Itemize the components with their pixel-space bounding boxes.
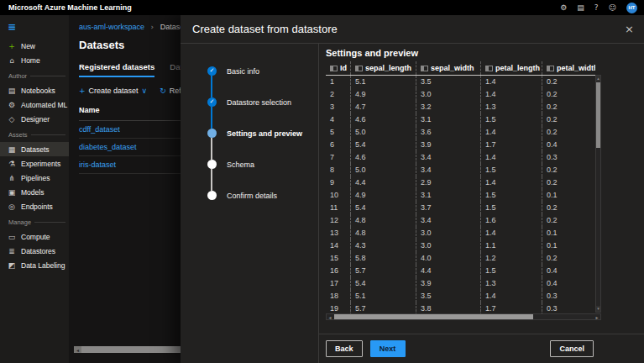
table-cell: 1.5 [480,202,542,214]
table-cell: 13 [326,227,350,239]
sidebar-item-designer[interactable]: ◇Designer [0,112,69,126]
table-cell: 1.4 [480,151,542,164]
table-cell: 5.4 [350,139,416,151]
column-icon [421,66,428,71]
plus-icon: + [8,42,16,50]
sidebar-nav: +New⌂HomeAuthor▤Notebooks⚙Automated ML◇D… [0,39,69,272]
scroll-right-icon[interactable]: ▸ [594,314,600,319]
step-label: Settings and preview [227,129,302,138]
table-cell: 9 [326,176,350,189]
table-cell: 1.4 [480,227,542,239]
dataset-link[interactable]: iris-dataset [79,160,116,169]
table-row: 55.03.61.40.2 [326,126,595,139]
dataset-link[interactable]: diabetes_dataset [79,143,137,151]
table-cell: 5.8 [350,252,416,265]
horizontal-scrollbar[interactable]: ◂ ▸ [326,313,601,320]
sidebar-item-home[interactable]: ⌂Home [0,53,69,67]
table-row: 134.83.01.40.1 [326,227,595,239]
sidebar-item-automated-ml[interactable]: ⚙Automated ML [0,97,69,112]
scroll-left-icon[interactable]: ◂ [327,314,333,319]
datasets-icon: ▦ [8,145,16,154]
table-cell: 5 [326,126,350,139]
sidebar-item-datastores[interactable]: ≣Datastores [0,244,69,258]
wizard-step-basic-info[interactable]: ✓Basic info [207,66,318,76]
table-row: 15.13.51.40.2 [326,76,595,88]
table-row: 104.93.11.50.1 [326,189,595,202]
sidebar-item-label: Pipelines [21,174,50,182]
create-dataset-button[interactable]: + Create dataset ∨ [79,87,147,95]
vertical-scroll-thumb[interactable] [596,82,600,148]
app-title: Microsoft Azure Machine Learning [8,3,132,12]
table-cell: 4.8 [350,227,416,239]
scroll-up-icon[interactable]: ▴ [596,76,600,82]
breadcrumb-workspace-link[interactable]: aus-aml-workspace [79,23,144,31]
dataset-link[interactable]: cdff_dataset [79,125,120,134]
scroll-down-icon[interactable]: ▾ [596,306,600,312]
chevron-down-icon: ∨ [142,87,148,95]
step-label: Confirm details [227,192,277,200]
table-cell: 1.4 [480,126,542,139]
back-button[interactable]: Back [326,340,363,357]
vertical-scrollbar[interactable]: ▴ ▾ [595,75,601,313]
table-cell: 16 [326,265,350,277]
sidebar-item-data-labeling[interactable]: ◩Data Labeling [0,258,69,272]
avatar[interactable]: HT [626,3,637,13]
sidebar-item-label: New [21,42,35,50]
table-cell: 0.1 [542,239,595,252]
table-cell: 17 [326,277,350,290]
gear-icon[interactable]: ⚙ [560,4,567,12]
table-cell: 1.7 [480,139,542,151]
table-row: 65.43.91.70.4 [326,139,595,151]
sidebar-item-compute[interactable]: ▭Compute [0,229,69,244]
horizontal-scroll-thumb[interactable] [334,314,533,319]
wizard-step-settings-and-preview[interactable]: Settings and preview [207,129,318,138]
table-cell: 1.5 [480,113,542,126]
help-icon[interactable]: ? [594,4,599,12]
table-cell: 1.2 [480,252,542,265]
close-icon[interactable]: × [625,24,634,34]
table-cell: 3.0 [416,227,480,239]
sidebar-item-label: Endpoints [21,203,53,211]
sidebar-item-datasets[interactable]: ▦Datasets [0,142,69,156]
smiley-icon[interactable]: ☺ [609,4,616,12]
sidebar-item-models[interactable]: ▣Models [0,185,69,199]
table-cell: 0.3 [542,290,595,302]
table-cell: 3 [326,101,350,113]
sidebar-item-pipelines[interactable]: ⋔Pipelines [0,171,69,185]
step-current-icon [207,129,217,138]
column-header-label: Id [340,62,347,75]
automated-ml-icon: ⚙ [8,101,16,109]
cancel-button[interactable]: Cancel [550,340,594,357]
create-dataset-dialog: Create dataset from datastore × ✓Basic i… [181,15,644,363]
table-header-row: Idsepal_lengthsepal_widthpetal_lengthpet… [326,61,595,76]
table-cell: 4.9 [350,88,416,101]
topbar: Microsoft Azure Machine Learning ⚙ ▤ ? ☺… [0,0,644,15]
step-upcoming-icon [207,160,217,169]
next-button[interactable]: Next [370,340,406,357]
sidebar-item-new[interactable]: +New [0,39,69,53]
feedback-icon[interactable]: ▤ [577,4,584,12]
table-cell: 0.2 [542,88,595,101]
sidebar-item-notebooks[interactable]: ▤Notebooks [0,83,69,97]
sidebar-section-label: Author [0,67,69,83]
table-row: 44.63.11.50.2 [326,113,595,126]
table-row: 144.33.01.10.1 [326,239,595,252]
table-cell: 3.2 [416,101,480,113]
home-icon: ⌂ [8,56,16,65]
table-cell: 4.8 [350,214,416,227]
table-cell: 11 [326,202,350,214]
table-cell: 2.9 [416,176,480,189]
sidebar-item-experiments[interactable]: ⚗Experiments [0,156,69,171]
section-label-text: Author [8,72,27,80]
step-connector [211,138,212,160]
table-cell: 6 [326,139,350,151]
sidebar-item-endpoints[interactable]: ◎Endpoints [0,199,69,213]
step-completed-icon: ✓ [207,66,217,76]
scroll-left-icon[interactable]: ◂ [74,346,81,353]
hamburger-menu-icon[interactable]: ≡ [0,15,69,39]
wizard-step-datastore-selection[interactable]: ✓Datastore selection [207,97,318,107]
refresh-icon: ↻ [160,87,166,95]
column-header-name[interactable]: Name [79,106,100,114]
table-row: 24.93.01.40.2 [326,88,595,101]
tab-registered-datasets[interactable]: Registered datasets [79,62,154,77]
